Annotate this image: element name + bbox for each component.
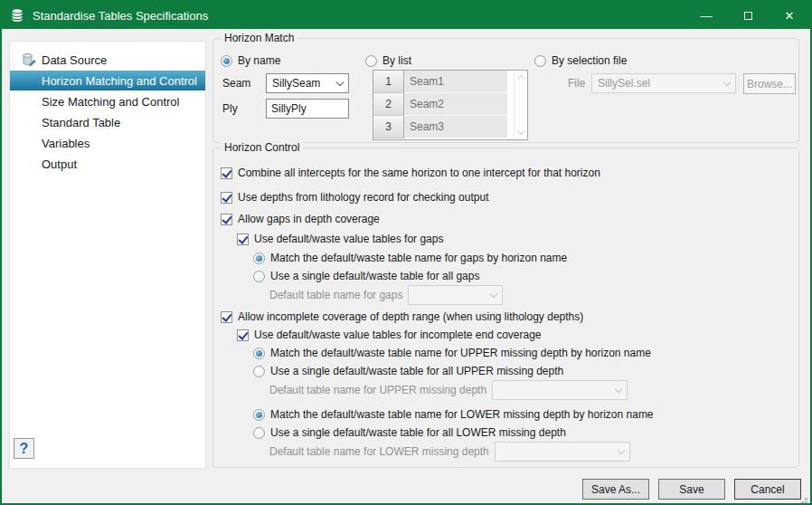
table-row: 2 Seam2 — [373, 93, 514, 116]
chevron-down-icon — [336, 78, 344, 85]
radio-icon — [534, 55, 546, 67]
seam-list-grid: 1 Seam1 2 Seam2 3 Seam3 — [373, 70, 528, 140]
default-table-upper-field: Default table name for UPPER missing dep… — [269, 380, 798, 400]
single-table-gaps-radio[interactable]: Use a single default/waste table for all… — [253, 267, 798, 285]
table-row: 1 Seam1 — [373, 71, 514, 93]
default-table-lower-combobox — [495, 442, 630, 462]
minimize-icon: — — [701, 9, 713, 23]
minimize-button[interactable]: — — [685, 2, 727, 29]
database-edit-icon — [22, 52, 36, 70]
sidebar-item-label: Output — [42, 157, 77, 171]
radio-icon — [253, 366, 265, 377]
selection-file-combobox: SillySel.sel — [591, 73, 736, 93]
sidebar-item-label: Standard Table — [42, 116, 120, 129]
single-table-upper-radio[interactable]: Use a single default/waste table for all… — [253, 362, 798, 380]
sidebar-panel: Data Source Horizon Matching and Control… — [9, 41, 206, 469]
radio-icon — [253, 271, 265, 282]
close-icon: ✕ — [785, 9, 795, 23]
horizon-control-group-title: Horizon Control — [221, 141, 303, 154]
horizon-match-group-title: Horizon Match — [221, 32, 297, 44]
database-app-icon — [10, 8, 24, 23]
checkbox-icon — [237, 233, 249, 245]
chevron-down-icon — [490, 290, 497, 297]
allow-incomplete-coverage-checkbox[interactable]: Allow incomplete coverage of depth range… — [221, 308, 798, 326]
allow-gaps-checkbox[interactable]: Allow gaps in depth coverage — [221, 210, 798, 228]
by-selection-file-radio[interactable]: By selection file — [534, 54, 627, 67]
radio-icon — [253, 348, 265, 359]
checkbox-icon — [237, 329, 249, 341]
use-default-tables-gaps-checkbox[interactable]: Use default/waste value tables for gaps — [237, 230, 798, 248]
single-table-lower-radio[interactable]: Use a single default/waste table for all… — [253, 424, 798, 442]
match-lower-by-horizon-radio[interactable]: Match the default/waste table name for L… — [253, 405, 798, 424]
chevron-down-icon — [618, 446, 625, 453]
radio-icon — [221, 55, 232, 67]
maximize-button[interactable] — [727, 2, 769, 29]
sidebar-item-label: Size Matching and Control — [42, 95, 179, 109]
by-list-radio[interactable]: By list — [365, 54, 411, 67]
help-button[interactable]: ? — [14, 438, 34, 459]
sidebar-item-data-source[interactable]: Data Source — [10, 50, 205, 70]
help-icon: ? — [20, 441, 29, 457]
titlebar: Standardise Tables Specifications — ✕ — [2, 2, 810, 29]
sidebar-item-label: Horizon Matching and Control — [42, 74, 197, 88]
row-header: 2 — [373, 93, 404, 116]
default-table-upper-combobox — [492, 380, 628, 400]
sidebar-item-output[interactable]: Output — [10, 154, 205, 174]
chevron-down-icon — [723, 78, 731, 85]
match-gaps-by-horizon-radio[interactable]: Match the default/waste table name for g… — [253, 249, 798, 267]
row-header: 1 — [373, 71, 404, 93]
row-value: Seam1 — [404, 71, 507, 93]
row-header: 3 — [373, 116, 404, 138]
sidebar-item-variables[interactable]: Variables — [10, 133, 205, 153]
match-upper-by-horizon-radio[interactable]: Match the default/waste table name for U… — [253, 344, 798, 362]
cancel-button[interactable]: Cancel — [734, 479, 801, 500]
default-table-gaps-combobox — [408, 285, 503, 305]
file-label: File — [568, 77, 585, 90]
radio-icon — [365, 55, 377, 67]
maximize-icon — [744, 12, 752, 20]
combine-intercepts-checkbox[interactable]: Combine all intercepts for the same hori… — [221, 164, 798, 182]
horizon-match-group: Horizon Match By name By list By selecti… — [212, 38, 799, 143]
checkbox-icon — [221, 167, 232, 179]
use-default-tables-end-coverage-checkbox[interactable]: Use default/waste value tables for incom… — [237, 326, 798, 344]
table-row: 3 Seam3 — [373, 116, 514, 138]
default-table-gaps-field: Default table name for gaps — [269, 285, 798, 305]
default-table-lower-field: Default table name for LOWER missing dep… — [269, 442, 798, 462]
use-depths-lithology-checkbox[interactable]: Use depths from lithology record for che… — [221, 188, 798, 206]
row-value: Seam2 — [404, 93, 507, 116]
window-title: Standardise Tables Specifications — [33, 9, 208, 23]
sidebar-item-label: Variables — [42, 137, 90, 150]
browse-button: Browse... — [743, 73, 796, 94]
horizon-control-group: Horizon Control Combine all intercepts f… — [212, 148, 799, 468]
radio-icon — [253, 427, 265, 439]
sidebar-item-label: Data Source — [42, 53, 107, 67]
row-value: Seam3 — [404, 116, 507, 138]
checkbox-icon — [221, 214, 232, 225]
sidebar-item-standard-table[interactable]: Standard Table — [10, 112, 205, 132]
scroll-down-icon — [517, 128, 524, 135]
save-button[interactable]: Save — [658, 479, 725, 500]
resize-grip[interactable] — [805, 498, 807, 500]
dialog-window: Standardise Tables Specifications — ✕ Da… — [0, 0, 812, 505]
save-as-button[interactable]: Save As... — [582, 479, 649, 500]
checkbox-icon — [221, 192, 232, 204]
ply-input[interactable] — [266, 99, 349, 119]
scroll-up-icon — [517, 75, 524, 82]
radio-icon — [253, 409, 265, 421]
ply-label: Ply — [222, 102, 238, 115]
chevron-down-icon — [615, 385, 622, 392]
sidebar-item-size-matching[interactable]: Size Matching and Control — [10, 91, 205, 111]
checkbox-icon — [221, 311, 232, 323]
seam-label: Seam — [222, 77, 250, 90]
radio-icon — [253, 252, 265, 264]
close-button[interactable]: ✕ — [769, 2, 810, 29]
seam-combobox[interactable]: SillySeam — [266, 73, 349, 93]
list-scrollbar — [514, 71, 527, 139]
by-name-radio[interactable]: By name — [221, 54, 280, 67]
sidebar-item-horizon-matching[interactable]: Horizon Matching and Control — [10, 71, 205, 91]
